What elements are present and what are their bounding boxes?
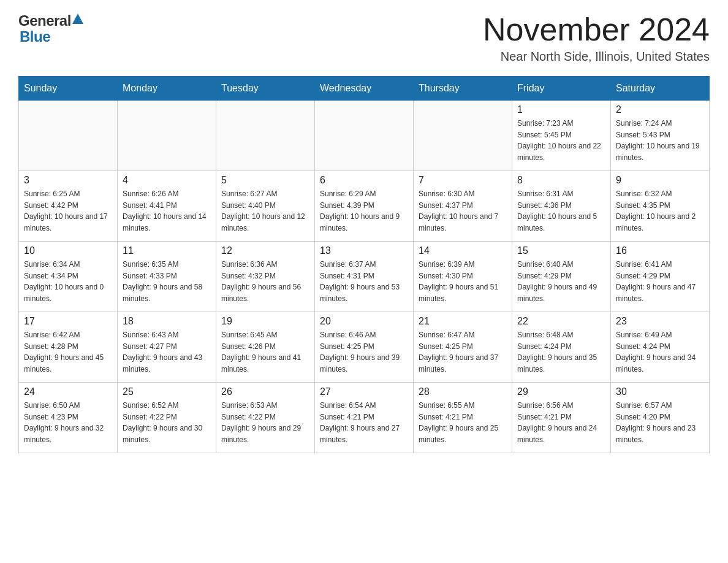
weekday-header-sunday: Sunday bbox=[19, 77, 118, 101]
day-info: Sunrise: 6:36 AMSunset: 4:32 PMDaylight:… bbox=[221, 259, 309, 304]
day-info: Sunrise: 6:35 AMSunset: 4:33 PMDaylight:… bbox=[123, 259, 211, 304]
day-number: 17 bbox=[24, 316, 112, 327]
calendar-cell: 22Sunrise: 6:48 AMSunset: 4:24 PMDayligh… bbox=[512, 312, 611, 383]
day-info: Sunrise: 6:37 AMSunset: 4:31 PMDaylight:… bbox=[320, 259, 408, 304]
calendar-cell bbox=[118, 101, 216, 171]
calendar-cell: 6Sunrise: 6:29 AMSunset: 4:39 PMDaylight… bbox=[315, 171, 414, 242]
calendar-cell bbox=[315, 101, 414, 171]
logo: General Blue bbox=[18, 12, 85, 45]
calendar-cell: 26Sunrise: 6:53 AMSunset: 4:22 PMDayligh… bbox=[216, 383, 315, 453]
calendar-cell: 11Sunrise: 6:35 AMSunset: 4:33 PMDayligh… bbox=[118, 242, 216, 312]
day-info: Sunrise: 6:55 AMSunset: 4:21 PMDaylight:… bbox=[419, 400, 507, 445]
day-number: 19 bbox=[221, 316, 309, 327]
logo-blue-text: Blue bbox=[20, 28, 50, 45]
weekday-header-friday: Friday bbox=[512, 77, 611, 101]
weekday-header-thursday: Thursday bbox=[414, 77, 512, 101]
day-info: Sunrise: 6:34 AMSunset: 4:34 PMDaylight:… bbox=[24, 259, 112, 304]
calendar-cell: 21Sunrise: 6:47 AMSunset: 4:25 PMDayligh… bbox=[414, 312, 512, 383]
day-info: Sunrise: 6:29 AMSunset: 4:39 PMDaylight:… bbox=[320, 188, 408, 234]
day-number: 18 bbox=[123, 316, 211, 327]
calendar-cell: 3Sunrise: 6:25 AMSunset: 4:42 PMDaylight… bbox=[19, 171, 118, 242]
weekday-header-row: SundayMondayTuesdayWednesdayThursdayFrid… bbox=[19, 77, 710, 101]
day-number: 10 bbox=[24, 245, 112, 256]
weekday-header-wednesday: Wednesday bbox=[315, 77, 414, 101]
calendar-cell: 9Sunrise: 6:32 AMSunset: 4:35 PMDaylight… bbox=[611, 171, 710, 242]
day-info: Sunrise: 6:54 AMSunset: 4:21 PMDaylight:… bbox=[320, 400, 408, 445]
calendar-cell: 15Sunrise: 6:40 AMSunset: 4:29 PMDayligh… bbox=[512, 242, 611, 312]
calendar-cell: 8Sunrise: 6:31 AMSunset: 4:36 PMDaylight… bbox=[512, 171, 611, 242]
calendar-cell: 19Sunrise: 6:45 AMSunset: 4:26 PMDayligh… bbox=[216, 312, 315, 383]
calendar-title: November 2024 bbox=[483, 12, 710, 47]
week-row-3: 10Sunrise: 6:34 AMSunset: 4:34 PMDayligh… bbox=[19, 242, 710, 312]
calendar-cell: 7Sunrise: 6:30 AMSunset: 4:37 PMDaylight… bbox=[414, 171, 512, 242]
day-info: Sunrise: 6:56 AMSunset: 4:21 PMDaylight:… bbox=[517, 400, 605, 445]
day-number: 25 bbox=[123, 386, 211, 397]
calendar-cell: 12Sunrise: 6:36 AMSunset: 4:32 PMDayligh… bbox=[216, 242, 315, 312]
day-info: Sunrise: 6:41 AMSunset: 4:29 PMDaylight:… bbox=[616, 259, 704, 304]
day-number: 2 bbox=[616, 104, 704, 115]
day-info: Sunrise: 6:52 AMSunset: 4:22 PMDaylight:… bbox=[123, 400, 211, 445]
calendar-cell: 24Sunrise: 6:50 AMSunset: 4:23 PMDayligh… bbox=[19, 383, 118, 453]
logo-triangle-icon bbox=[72, 13, 83, 24]
calendar-cell bbox=[19, 101, 118, 171]
day-info: Sunrise: 6:45 AMSunset: 4:26 PMDaylight:… bbox=[221, 329, 309, 375]
day-info: Sunrise: 6:57 AMSunset: 4:20 PMDaylight:… bbox=[616, 400, 704, 445]
calendar-cell: 2Sunrise: 7:24 AMSunset: 5:43 PMDaylight… bbox=[611, 101, 710, 171]
week-row-2: 3Sunrise: 6:25 AMSunset: 4:42 PMDaylight… bbox=[19, 171, 710, 242]
day-number: 11 bbox=[123, 245, 211, 256]
day-info: Sunrise: 6:30 AMSunset: 4:37 PMDaylight:… bbox=[419, 188, 507, 234]
calendar-cell: 27Sunrise: 6:54 AMSunset: 4:21 PMDayligh… bbox=[315, 383, 414, 453]
calendar-cell: 23Sunrise: 6:49 AMSunset: 4:24 PMDayligh… bbox=[611, 312, 710, 383]
day-number: 5 bbox=[221, 175, 309, 186]
day-info: Sunrise: 6:27 AMSunset: 4:40 PMDaylight:… bbox=[221, 188, 309, 234]
day-info: Sunrise: 6:25 AMSunset: 4:42 PMDaylight:… bbox=[24, 188, 112, 234]
weekday-header-monday: Monday bbox=[118, 77, 216, 101]
day-number: 8 bbox=[517, 175, 605, 186]
day-info: Sunrise: 6:32 AMSunset: 4:35 PMDaylight:… bbox=[616, 188, 704, 234]
day-info: Sunrise: 6:39 AMSunset: 4:30 PMDaylight:… bbox=[419, 259, 507, 304]
day-number: 22 bbox=[517, 316, 605, 327]
calendar-cell bbox=[216, 101, 315, 171]
calendar-cell: 18Sunrise: 6:43 AMSunset: 4:27 PMDayligh… bbox=[118, 312, 216, 383]
day-info: Sunrise: 6:42 AMSunset: 4:28 PMDaylight:… bbox=[24, 329, 112, 375]
logo-general-text: General bbox=[18, 12, 71, 29]
day-number: 4 bbox=[123, 175, 211, 186]
day-number: 1 bbox=[517, 104, 605, 115]
day-number: 6 bbox=[320, 175, 408, 186]
calendar-cell bbox=[414, 101, 512, 171]
day-number: 24 bbox=[24, 386, 112, 397]
day-info: Sunrise: 6:40 AMSunset: 4:29 PMDaylight:… bbox=[517, 259, 605, 304]
day-number: 23 bbox=[616, 316, 704, 327]
day-info: Sunrise: 7:23 AMSunset: 5:45 PMDaylight:… bbox=[517, 118, 605, 163]
week-row-4: 17Sunrise: 6:42 AMSunset: 4:28 PMDayligh… bbox=[19, 312, 710, 383]
day-number: 14 bbox=[419, 245, 507, 256]
calendar-table: SundayMondayTuesdayWednesdayThursdayFrid… bbox=[18, 76, 710, 453]
calendar-cell: 4Sunrise: 6:26 AMSunset: 4:41 PMDaylight… bbox=[118, 171, 216, 242]
week-row-1: 1Sunrise: 7:23 AMSunset: 5:45 PMDaylight… bbox=[19, 101, 710, 171]
weekday-header-tuesday: Tuesday bbox=[216, 77, 315, 101]
day-number: 29 bbox=[517, 386, 605, 397]
week-row-5: 24Sunrise: 6:50 AMSunset: 4:23 PMDayligh… bbox=[19, 383, 710, 453]
day-number: 12 bbox=[221, 245, 309, 256]
day-info: Sunrise: 6:31 AMSunset: 4:36 PMDaylight:… bbox=[517, 188, 605, 234]
day-number: 28 bbox=[419, 386, 507, 397]
calendar-cell: 13Sunrise: 6:37 AMSunset: 4:31 PMDayligh… bbox=[315, 242, 414, 312]
calendar-cell: 29Sunrise: 6:56 AMSunset: 4:21 PMDayligh… bbox=[512, 383, 611, 453]
calendar-subtitle: Near North Side, Illinois, United States bbox=[483, 50, 710, 64]
day-info: Sunrise: 6:49 AMSunset: 4:24 PMDaylight:… bbox=[616, 329, 704, 375]
calendar-cell: 5Sunrise: 6:27 AMSunset: 4:40 PMDaylight… bbox=[216, 171, 315, 242]
day-number: 16 bbox=[616, 245, 704, 256]
calendar-cell: 14Sunrise: 6:39 AMSunset: 4:30 PMDayligh… bbox=[414, 242, 512, 312]
day-info: Sunrise: 6:50 AMSunset: 4:23 PMDaylight:… bbox=[24, 400, 112, 445]
weekday-header-saturday: Saturday bbox=[611, 77, 710, 101]
day-number: 13 bbox=[320, 245, 408, 256]
day-number: 3 bbox=[24, 175, 112, 186]
day-number: 27 bbox=[320, 386, 408, 397]
calendar-cell: 17Sunrise: 6:42 AMSunset: 4:28 PMDayligh… bbox=[19, 312, 118, 383]
day-info: Sunrise: 6:26 AMSunset: 4:41 PMDaylight:… bbox=[123, 188, 211, 234]
day-number: 20 bbox=[320, 316, 408, 327]
day-number: 21 bbox=[419, 316, 507, 327]
day-number: 9 bbox=[616, 175, 704, 186]
calendar-cell: 30Sunrise: 6:57 AMSunset: 4:20 PMDayligh… bbox=[611, 383, 710, 453]
calendar-cell: 28Sunrise: 6:55 AMSunset: 4:21 PMDayligh… bbox=[414, 383, 512, 453]
